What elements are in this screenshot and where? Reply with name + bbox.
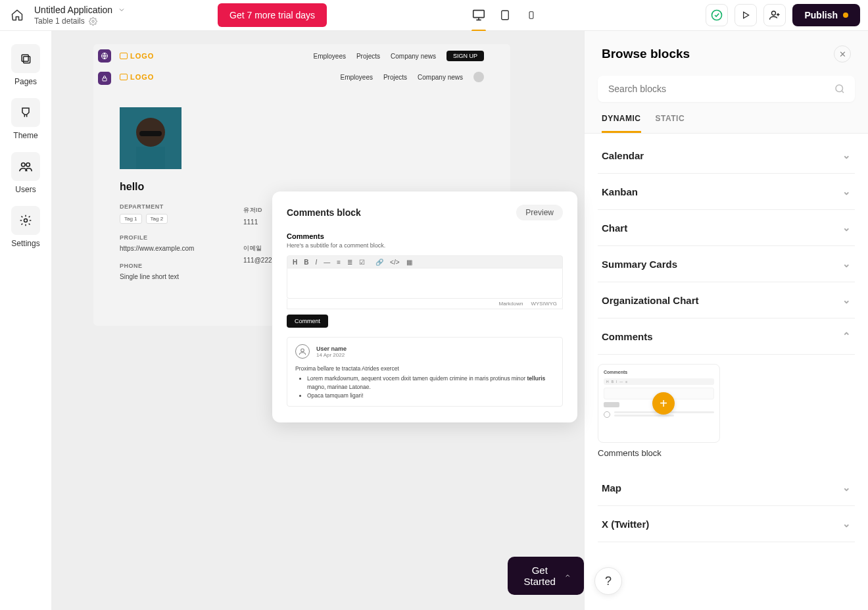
chevron-down-icon: ⌄: [842, 518, 851, 530]
publish-button[interactable]: Publish: [792, 4, 860, 26]
block-card-label: Comments block: [598, 448, 855, 458]
tag: Tag 1: [120, 214, 142, 224]
section-subtitle: Here's a subtitle for a comment block.: [287, 242, 563, 249]
gear-icon[interactable]: [89, 17, 97, 26]
layer-lock-button[interactable]: [98, 72, 111, 85]
nav-link[interactable]: Company news: [391, 53, 436, 60]
nav-pages[interactable]: Pages: [11, 44, 40, 86]
nav-label: Theme: [13, 131, 37, 140]
nav-label: Settings: [11, 239, 39, 248]
add-user-button[interactable]: [763, 4, 786, 26]
browse-blocks-title: Browse blocks: [602, 47, 690, 61]
svg-rect-7: [24, 57, 30, 63]
field-value: Single line short text: [120, 273, 194, 280]
get-started-button[interactable]: Get Started: [508, 557, 584, 595]
nav-link[interactable]: Employees: [340, 74, 372, 81]
app-title-chevron-icon[interactable]: [118, 6, 126, 14]
svg-point-9: [26, 163, 30, 167]
app-title: Untitled Application: [34, 5, 112, 15]
signup-button[interactable]: SIGN UP: [446, 51, 484, 61]
category-summary-cards[interactable]: Summary Cards⌄: [598, 246, 855, 282]
comment-body-line: Proxima bellare te tractata Atrides exer…: [295, 365, 554, 372]
nav-link[interactable]: Projects: [356, 53, 380, 60]
preview-toggle[interactable]: Preview: [516, 205, 563, 220]
comment-bullet: Opaca tamquam ligari!: [307, 392, 554, 400]
editor-toolbar[interactable]: H B I — ≡ ≣ ☑ 🔗 </> ▦: [287, 255, 563, 268]
nav-link[interactable]: Company news: [418, 74, 463, 81]
comment-date: 14 Apr 2022: [316, 352, 347, 358]
nav-theme[interactable]: Theme: [11, 98, 40, 140]
comments-block-config-panel: Comments block Preview Comments Here's a…: [272, 191, 577, 422]
user-avatar-icon: [295, 344, 310, 359]
chevron-down-icon: ⌄: [842, 258, 851, 270]
nav-label: Pages: [14, 77, 37, 86]
category-calendar[interactable]: Calendar⌄: [598, 138, 855, 174]
block-card-comments[interactable]: Comments HBI—≡ +: [598, 364, 720, 443]
category-twitter[interactable]: X (Twitter)⌄: [598, 506, 855, 542]
comment-submit-button[interactable]: Comment: [287, 315, 328, 328]
layer-globe-button[interactable]: [98, 49, 111, 63]
svg-point-0: [92, 20, 94, 22]
nav-link[interactable]: Employees: [313, 53, 345, 60]
search-icon: [834, 83, 846, 95]
help-button[interactable]: ?: [594, 567, 622, 595]
svg-rect-3: [529, 12, 533, 19]
breadcrumb: Table 1 details: [34, 16, 85, 26]
sample-comment: User name 14 Apr 2022 Proxima bellare te…: [287, 337, 563, 407]
search-blocks-input[interactable]: [598, 76, 855, 102]
mode-markdown[interactable]: Markdown: [499, 301, 523, 307]
category-chart[interactable]: Chart⌄: [598, 210, 855, 246]
play-preview-button[interactable]: [735, 4, 757, 26]
comment-username: User name: [316, 345, 347, 352]
avatar-icon[interactable]: [473, 72, 484, 82]
home-button[interactable]: [8, 6, 26, 24]
svg-rect-16: [136, 147, 165, 169]
svg-point-10: [24, 219, 28, 222]
category-comments[interactable]: Comments⌃: [598, 318, 855, 355]
close-button[interactable]: ✕: [834, 45, 851, 63]
device-desktop-button[interactable]: [471, 8, 486, 22]
chevron-down-icon: ⌄: [842, 149, 851, 161]
profile-photo: [120, 107, 181, 169]
nav-label: Users: [15, 185, 36, 194]
svg-rect-15: [139, 131, 162, 136]
nav-settings[interactable]: Settings: [11, 206, 40, 248]
logo-icon: LOGO: [120, 73, 154, 81]
svg-point-8: [22, 163, 26, 167]
chevron-down-icon: ⌄: [842, 222, 851, 234]
trial-button[interactable]: Get 7 more trial days: [218, 3, 327, 27]
category-map[interactable]: Map⌄: [598, 470, 855, 506]
nav-users[interactable]: Users: [11, 152, 40, 194]
profile-name: hello: [120, 181, 194, 193]
status-check-icon: [706, 4, 728, 26]
device-tablet-button[interactable]: [498, 8, 512, 22]
svg-rect-2: [502, 11, 509, 20]
publish-status-dot-icon: [843, 13, 848, 18]
chevron-down-icon: ⌄: [842, 186, 851, 197]
svg-point-18: [836, 85, 843, 92]
section-title: Comments: [287, 232, 563, 240]
panel-title: Comments block: [287, 207, 361, 218]
svg-point-17: [301, 349, 304, 352]
tag: Tag 2: [146, 214, 168, 224]
tab-dynamic[interactable]: DYNAMIC: [602, 114, 641, 133]
mode-wysiwyg[interactable]: WYSIWYG: [531, 301, 557, 307]
field-label: PROFILE: [120, 234, 194, 241]
category-org-chart[interactable]: Organizational Chart⌄: [598, 282, 855, 318]
chevron-down-icon: ⌄: [842, 294, 851, 306]
svg-point-5: [772, 11, 776, 15]
preview-nav-row-1: LOGO Employees Projects Company news SIG…: [120, 49, 484, 63]
nav-link[interactable]: Projects: [383, 74, 407, 81]
device-mobile-button[interactable]: [524, 8, 539, 22]
category-kanban[interactable]: Kanban⌄: [598, 174, 855, 210]
comment-bullet: Lorem markdownum, aequent vocem dixit ta…: [307, 374, 554, 392]
add-block-fab[interactable]: +: [652, 392, 675, 415]
field-value: https://www.example.com: [120, 245, 194, 252]
tab-static[interactable]: STATIC: [656, 114, 685, 133]
editor-textarea[interactable]: [287, 268, 563, 299]
svg-rect-12: [103, 78, 107, 82]
preview-nav-row-2: LOGO Employees Projects Company news: [120, 70, 484, 84]
svg-rect-1: [473, 11, 485, 18]
chevron-up-icon: ⌃: [842, 330, 851, 342]
field-label: PHONE: [120, 263, 194, 269]
